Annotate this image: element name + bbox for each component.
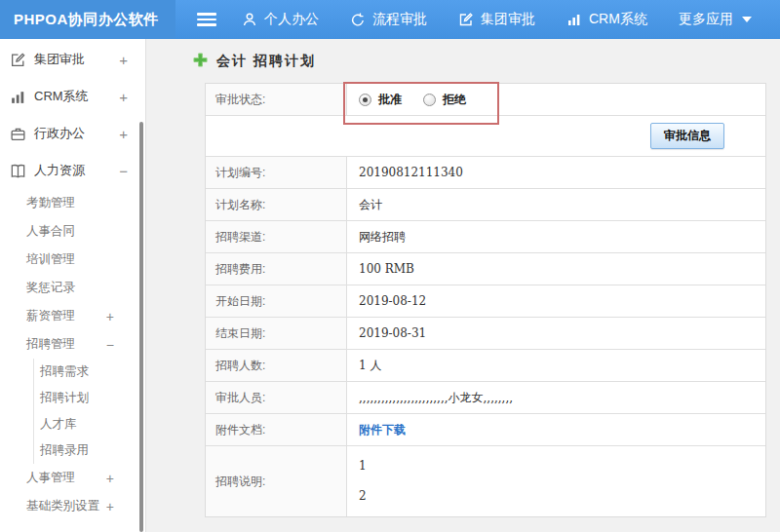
nav-group-approval[interactable]: 集团审批 <box>458 11 535 28</box>
expand-icon[interactable]: + <box>119 52 128 68</box>
field-label: 招聘费用: <box>206 253 347 285</box>
description-line: 1 <box>359 459 754 473</box>
field-label: 开始日期: <box>206 285 347 317</box>
nav-personal-office[interactable]: 个人办公 <box>242 11 319 28</box>
field-value: 附件下载 <box>347 414 765 445</box>
sidebar-item-recruit-mgmt[interactable]: 招聘管理 − <box>0 330 145 359</box>
nav-more-apps[interactable]: 更多应用 <box>679 11 752 28</box>
main-content: 会计 招聘计划 审批状态: 批准 拒绝 审批信息 <box>146 39 780 532</box>
app-logo[interactable]: PHPOA协同办公软件 <box>0 0 176 39</box>
field-label: 招聘渠道: <box>206 221 347 252</box>
nav-label: 更多应用 <box>679 11 733 28</box>
field-label: 招聘说明: <box>206 446 347 516</box>
sidebar-item-hr-contract[interactable]: 人事合同 <box>0 217 145 246</box>
process-arrow-icon <box>350 12 366 27</box>
field-label: 审批人员: <box>206 382 347 413</box>
sidebar-item-recruit-plan[interactable]: 招聘计划 <box>34 385 145 411</box>
book-icon <box>10 163 26 179</box>
sidebar-item-crm[interactable]: CRM系统 + <box>0 78 145 115</box>
expand-icon[interactable]: + <box>106 499 114 514</box>
attachment-download-link[interactable]: 附件下载 <box>359 423 406 437</box>
sidebar-item-rewards[interactable]: 奖惩记录 <box>0 274 145 302</box>
radio-reject[interactable] <box>423 94 436 106</box>
form-row-headcount: 招聘人数: 1 人 <box>206 350 765 382</box>
field-label: 计划编号: <box>206 157 347 188</box>
form-row-start-date: 开始日期: 2019-08-12 <box>206 285 765 318</box>
sidebar-item-personnel[interactable]: 人事管理 + <box>0 464 145 492</box>
nav-crm-system[interactable]: CRM系统 <box>566 11 647 28</box>
nav-label: 个人办公 <box>264 11 319 28</box>
approval-form: 审批状态: 批准 拒绝 审批信息 计划编号: 20190812111340 <box>205 83 766 517</box>
form-row-button: 审批信息 <box>206 116 765 157</box>
field-label: 计划名称: <box>206 189 347 220</box>
field-value: ,,,,,,,,,,,,,,,,,,,,,,,,小龙女,,,,,,,, <box>347 382 765 413</box>
edit-square-icon <box>10 52 26 68</box>
add-plus-icon[interactable] <box>193 53 208 70</box>
sidebar-item-salary[interactable]: 薪资管理 + <box>0 302 145 330</box>
sidebar-item-label: 人力资源 <box>34 162 85 179</box>
field-label: 审批状态: <box>206 84 347 115</box>
sidebar-item-training[interactable]: 培训管理 <box>0 246 145 274</box>
sidebar-item-base-category[interactable]: 基础类别设置 + <box>0 492 145 520</box>
expand-icon[interactable]: + <box>119 126 128 142</box>
sidebar-item-recruit-hire[interactable]: 招聘录用 <box>34 437 145 464</box>
field-value: 2019-08-31 <box>347 318 765 349</box>
form-row-plan-number: 计划编号: 20190812111340 <box>206 157 765 189</box>
field-value: 100 RMB <box>347 253 765 285</box>
form-row-approval-status: 审批状态: 批准 拒绝 <box>206 84 765 116</box>
sidebar-item-documents[interactable]: 公文管理 + <box>0 520 145 532</box>
form-row-description: 招聘说明: 1 2 <box>206 446 765 516</box>
form-row-plan-name: 计划名称: 会计 <box>206 189 765 221</box>
form-row-approvers: 审批人员: ,,,,,,,,,,,,,,,,,,,,,,,,小龙女,,,,,,,… <box>206 382 765 414</box>
nav-process-approval[interactable]: 流程审批 <box>350 11 427 28</box>
nav-label: CRM系统 <box>589 11 647 28</box>
edit-square-icon <box>458 12 474 27</box>
sidebar-item-label: 行政办公 <box>34 125 85 142</box>
radio-approve-label[interactable]: 批准 <box>378 93 402 106</box>
page-header: 会计 招聘计划 <box>193 53 766 70</box>
bar-chart-icon <box>566 12 582 27</box>
sidebar-item-group-approval[interactable]: 集团审批 + <box>0 41 145 78</box>
sidebar-item-label: 集团审批 <box>34 51 85 68</box>
field-value: 1 2 <box>347 446 765 516</box>
sidebar-item-admin-office[interactable]: 行政办公 + <box>0 115 145 152</box>
description-line: 2 <box>359 489 754 503</box>
form-row-end-date: 结束日期: 2019-08-31 <box>206 318 765 350</box>
field-value: 会计 <box>347 189 765 220</box>
app-window: PHPOA协同办公软件 个人办公 流程审批 <box>0 0 780 532</box>
sidebar-item-hr[interactable]: 人力资源 − <box>0 152 145 189</box>
radio-reject-label[interactable]: 拒绝 <box>443 93 466 106</box>
approval-options: 批准 拒绝 <box>347 84 765 115</box>
nav-label: 流程审批 <box>372 11 427 28</box>
sidebar-item-attendance[interactable]: 考勤管理 <box>0 189 145 217</box>
expand-icon[interactable]: + <box>106 471 114 486</box>
field-value: 网络招聘 <box>347 221 765 252</box>
page-title: 会计 招聘计划 <box>216 53 316 70</box>
main-nav: 个人办公 流程审批 集团审批 <box>242 11 752 28</box>
field-value: 20190812111340 <box>347 157 765 188</box>
expand-icon[interactable]: + <box>119 89 128 105</box>
form-row-recruit-cost: 招聘费用: 100 RMB <box>206 253 765 285</box>
sidebar-scrollbar[interactable] <box>139 122 143 532</box>
approval-info-button[interactable]: 审批信息 <box>650 123 724 149</box>
top-navbar: PHPOA协同办公软件 个人办公 流程审批 <box>0 0 780 39</box>
sidebar-item-talent-pool[interactable]: 人才库 <box>34 411 145 437</box>
field-value: 2019-08-12 <box>347 285 765 317</box>
field-label: 附件文档: <box>206 414 347 445</box>
sidebar-item-recruit-demand[interactable]: 招聘需求 <box>34 359 145 385</box>
form-row-recruit-channel: 招聘渠道: 网络招聘 <box>206 221 765 253</box>
field-label: 结束日期: <box>206 318 347 349</box>
menu-toggle-icon[interactable] <box>197 13 216 26</box>
radio-approve[interactable] <box>359 94 371 106</box>
collapse-icon[interactable]: − <box>119 163 128 179</box>
sidebar: 集团审批 + CRM系统 + 行政办公 + <box>0 39 146 532</box>
caret-down-icon <box>742 17 752 22</box>
collapse-icon[interactable]: − <box>106 337 114 353</box>
expand-icon[interactable]: + <box>106 309 114 324</box>
field-value: 1 人 <box>347 350 765 381</box>
briefcase-icon <box>10 126 26 142</box>
person-icon <box>242 12 257 27</box>
form-row-attachment: 附件文档: 附件下载 <box>206 414 765 446</box>
bar-chart-icon <box>10 89 26 105</box>
sidebar-item-label: CRM系统 <box>34 88 89 105</box>
